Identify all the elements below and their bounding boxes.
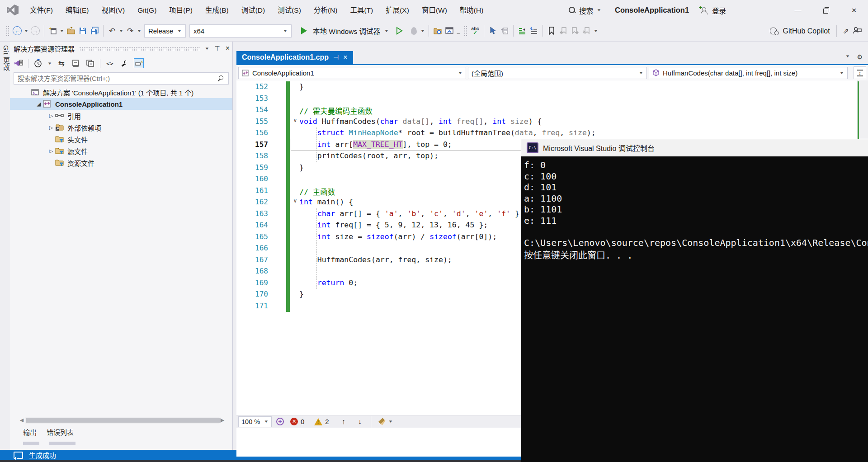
panel-options-chevron-icon[interactable]: ▼: [204, 47, 209, 51]
collapse-all-icon[interactable]: [71, 58, 81, 68]
navigate-back-dropdown[interactable]: ▼: [23, 24, 29, 38]
menu-extensions[interactable]: 扩展(X): [379, 0, 415, 20]
menu-help[interactable]: 帮助(H): [453, 0, 490, 20]
scroll-left-icon[interactable]: ◀: [18, 417, 25, 423]
tree-item-资源文件[interactable]: 资源文件: [10, 157, 232, 169]
clear-bookmarks-button[interactable]: [581, 24, 593, 38]
solution-explorer-search-input[interactable]: [14, 75, 217, 82]
previous-issue-icon[interactable]: ↑: [342, 418, 345, 426]
tab-consoleapplication1-cpp[interactable]: ConsoleApplication1.cpp ⊢ ×: [236, 51, 353, 64]
menu-edit[interactable]: 编辑(E): [59, 0, 95, 20]
panel-tab-error-list[interactable]: 错误列表: [47, 427, 74, 437]
menu-file[interactable]: 文件(F): [24, 0, 59, 20]
open-folder-button[interactable]: [65, 24, 77, 38]
pin-icon[interactable]: ⊤: [214, 45, 220, 52]
warning-count[interactable]: 2: [325, 418, 329, 425]
share-icon[interactable]: ⇗: [843, 27, 849, 35]
preview-selected-items-icon[interactable]: [134, 58, 144, 68]
save-button[interactable]: [77, 24, 89, 38]
tree-item-头文件[interactable]: 头文件: [10, 133, 232, 145]
document-list-chevron-icon[interactable]: ▼: [845, 54, 850, 60]
redo-dropdown[interactable]: ▼: [136, 24, 142, 38]
debug-console-window[interactable]: C:\ Microsoft Visual Studio 调试控制台 f: 0c:…: [521, 139, 868, 462]
code-line-152[interactable]: 152}: [236, 81, 857, 93]
quick-search[interactable]: 搜索 ▼: [510, 0, 601, 20]
sync-with-active-document-icon[interactable]: ⇆: [57, 58, 66, 68]
document-health-icon[interactable]: ✚: [276, 418, 284, 425]
tree-item-源文件[interactable]: ▷源文件: [10, 145, 232, 157]
redo-button[interactable]: ↷: [124, 24, 136, 38]
navigate-forward-button[interactable]: →: [29, 24, 41, 38]
debug-target-label[interactable]: 本地 Windows 调试器: [313, 26, 380, 36]
tab-pin-icon[interactable]: ⊢: [333, 54, 339, 61]
solution-explorer-search[interactable]: [14, 72, 229, 85]
code-line-156[interactable]: 156 struct MinHeapNode* root = buildHuff…: [236, 127, 857, 139]
error-count[interactable]: 0: [301, 418, 304, 425]
panel-close-icon[interactable]: ×: [226, 44, 230, 52]
collapse-chevron-icon[interactable]: ∨: [291, 198, 299, 204]
git-changes-vertical-tab[interactable]: Git 更改: [1, 45, 11, 71]
menu-project[interactable]: 项目(P): [163, 0, 199, 20]
tree-item-解决方案-ConsoleApplication1[interactable]: 解决方案 'ConsoleApplication1' (1 个项目, 共 1 个…: [10, 86, 232, 98]
view-code-icon[interactable]: <>: [105, 58, 115, 68]
platform-combo[interactable]: x64▼: [189, 24, 292, 38]
undo-dropdown[interactable]: ▼: [118, 24, 124, 38]
configuration-combo[interactable]: Release▼: [144, 24, 186, 38]
split-window-button[interactable]: ↕: [854, 66, 866, 79]
menu-view[interactable]: 视图(V): [95, 0, 131, 20]
panel-drag-texture[interactable]: [79, 47, 200, 51]
tab-settings-gear-icon[interactable]: ⚙: [857, 53, 863, 61]
code-cleanup-dropdown[interactable]: ▼: [388, 420, 393, 424]
toggle-bookmark-button[interactable]: [546, 24, 557, 38]
tree-expander-icon[interactable]: ▷: [47, 113, 55, 119]
increase-indent-button[interactable]: [528, 24, 540, 38]
window-layout-overflow[interactable]: _: [455, 24, 462, 38]
tree-expander-icon[interactable]: ▷: [47, 125, 55, 131]
toolbar-grip-2[interactable]: [464, 25, 467, 36]
menu-debug[interactable]: 调试(D): [235, 0, 272, 20]
zoom-level-combo[interactable]: 100 %▼: [238, 416, 272, 427]
new-project-button[interactable]: [47, 24, 59, 38]
decrease-indent-button[interactable]: [516, 24, 528, 38]
collapse-chevron-icon[interactable]: ∨: [291, 117, 299, 123]
restore-button[interactable]: [812, 0, 840, 20]
next-bookmark-button[interactable]: [569, 24, 581, 38]
format-document-button[interactable]: [499, 24, 510, 38]
navigate-back-button[interactable]: ←: [11, 24, 23, 38]
send-feedback-icon[interactable]: [853, 26, 862, 36]
filter-dropdown-icon[interactable]: ▼: [47, 61, 52, 66]
tree-item-引用[interactable]: ▷引用: [10, 110, 232, 122]
tree-expander-icon[interactable]: ▷: [47, 148, 55, 154]
sign-in-button[interactable]: + 登录: [700, 0, 726, 20]
window-layout-button[interactable]: [443, 24, 455, 38]
scrollbar-thumb[interactable]: [26, 418, 221, 423]
find-in-files-button[interactable]: [432, 24, 443, 38]
hot-reload-button[interactable]: [408, 24, 420, 38]
select-tool-button[interactable]: [487, 24, 499, 38]
nav-project-combo[interactable]: ConsoleApplication1 ▼: [238, 67, 466, 79]
feedback-icon[interactable]: [14, 452, 23, 458]
bookmark-dropdown[interactable]: ▼: [593, 24, 599, 38]
close-button[interactable]: ×: [840, 0, 868, 20]
menu-build[interactable]: 生成(B): [199, 0, 235, 20]
debug-target-dropdown[interactable]: ▼: [383, 24, 390, 38]
pending-changes-filter-icon[interactable]: [33, 58, 43, 68]
nav-scope-combo[interactable]: (全局范围) ▼: [468, 67, 647, 79]
properties-icon[interactable]: [119, 58, 129, 68]
tree-expander-icon[interactable]: ◢: [35, 101, 43, 107]
next-issue-icon[interactable]: ↓: [358, 418, 362, 426]
nav-member-combo[interactable]: HuffmanCodes(char data[], int freq[], in…: [649, 67, 848, 79]
copilot-label[interactable]: GitHub Copilot: [783, 27, 830, 35]
tree-item-ConsoleApplication1[interactable]: ◢ConsoleApplication1: [10, 98, 232, 110]
code-cleanup-broom-icon[interactable]: [378, 418, 386, 425]
minimize-button[interactable]: —: [784, 0, 812, 20]
menu-window[interactable]: 窗口(W): [415, 0, 453, 20]
solution-explorer-hscrollbar[interactable]: ◀ ▶: [18, 416, 226, 424]
start-without-debugging-button[interactable]: [393, 24, 405, 38]
menu-git[interactable]: Git(G): [131, 0, 163, 20]
tab-close-icon[interactable]: ×: [343, 53, 347, 61]
start-debugging-button[interactable]: [298, 24, 310, 38]
new-project-dropdown[interactable]: ▼: [59, 24, 65, 38]
console-title-bar[interactable]: C:\ Microsoft Visual Studio 调试控制台: [521, 139, 868, 156]
code-line-154[interactable]: 154// 霍夫曼编码主函数: [236, 104, 857, 116]
